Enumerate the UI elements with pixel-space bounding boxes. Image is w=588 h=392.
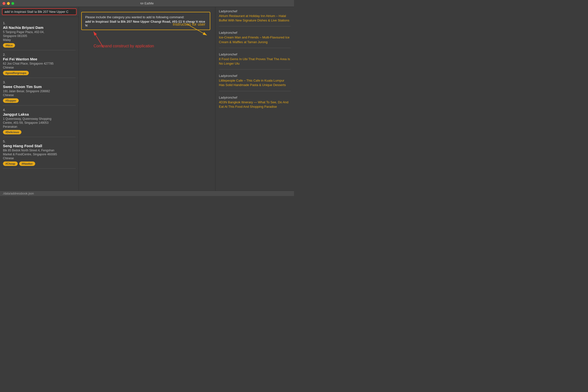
item-address: 191 Jalan Besar, Singapore 208882: [3, 90, 76, 93]
right-panel: Ladyironchef Atrium Restaurant at Holida…: [215, 7, 294, 190]
item-name: Ali Nachia Briyani Dam: [3, 26, 76, 30]
item-cuisine: Malay: [3, 38, 76, 42]
search-bar: [0, 7, 79, 17]
blog-item[interactable]: Ladyironchef 8 Food Gems In Ubi That Pro…: [219, 52, 291, 70]
item-address2: Centre, #01-59, Singapore 149053: [3, 121, 76, 124]
tag[interactable]: #Supper: [3, 98, 19, 103]
tag[interactable]: #Nice: [3, 43, 15, 48]
item-tags: #Nice: [3, 43, 76, 48]
item-cuisine: Peranakan: [3, 125, 76, 128]
item-cuisine: Chinese: [3, 66, 76, 69]
item-name: Fei Fei Wanton Mee: [3, 57, 76, 61]
item-tags: #Delicious: [3, 130, 76, 134]
list-item: 5. Seng Hiang Food Stall Blk 85 Bedok No…: [3, 137, 76, 169]
annotation-command-label: Command construct by application: [94, 44, 154, 48]
statusbar-path: ./data/addressbook.json: [2, 192, 34, 195]
item-tags: #Cheap#Hawker: [3, 162, 76, 166]
instruction-box: Please include the category you wanted t…: [81, 12, 210, 30]
item-cuisine: Chinese: [3, 156, 76, 160]
blog-source: Ladyironchef: [219, 52, 291, 56]
app-icon: 🍽: [140, 2, 143, 5]
tag[interactable]: #Hawker: [19, 162, 35, 166]
close-button[interactable]: [2, 2, 5, 5]
left-panel: 1. Ali Nachia Briyani Dam 5 Tanjong Paga…: [0, 7, 79, 190]
item-cuisine: Chinese: [3, 94, 76, 97]
blog-title: Littlepeople Cafe – This Cafe in Kuala L…: [219, 78, 291, 87]
titlebar: 🍽 EatMe: [0, 0, 294, 7]
item-name: Janggut Laksa: [3, 112, 76, 116]
item-number: 3.: [3, 80, 76, 84]
blog-source: Ladyironchef: [219, 9, 291, 13]
middle-panel: Please include the category you wanted t…: [79, 7, 215, 190]
list-item: 1. Ali Nachia Briyani Dam 5 Tanjong Paga…: [3, 19, 76, 50]
item-address: 1 Queensway, Queensway Shopping: [3, 117, 76, 120]
blog-item[interactable]: Ladyironchef Ice-Cream Man and Friends –…: [219, 31, 291, 48]
tag[interactable]: #Cheap: [3, 162, 18, 166]
list-item: 3. Swee Choon Tim Sum 191 Jalan Besar, S…: [3, 78, 76, 106]
blog-title: 4D3N Bangkok Itinerary — What To See, Do…: [219, 100, 291, 109]
main-layout: 1. Ali Nachia Briyani Dam 5 Tanjong Paga…: [0, 7, 294, 190]
instruction-line1: Please include the category you wanted t…: [85, 15, 206, 20]
item-address: 62 Joo Chiat Place, Singapore 427785: [3, 62, 76, 65]
list-item: 4. Janggut Laksa 1 Queensway, Queensway …: [3, 106, 76, 137]
blog-title: Ice-Cream Man and Friends – Multi-Flavou…: [219, 35, 291, 44]
blog-source: Ladyironchef: [219, 74, 291, 78]
blog-item[interactable]: Ladyironchef Littlepeople Cafe – This Ca…: [219, 74, 291, 91]
item-address2: Market & FoodCentre, Singapore 460085: [3, 152, 76, 156]
item-address2: Singapore 081005: [3, 34, 76, 38]
blog-item[interactable]: Ladyironchef Atrium Restaurant at Holida…: [219, 9, 291, 26]
item-number: 1.: [3, 21, 76, 25]
item-number: 4.: [3, 108, 76, 112]
item-tags: #Supper: [3, 98, 76, 103]
app-title: 🍽 EatMe: [140, 2, 154, 5]
item-name: Seng Hiang Food Stall: [3, 144, 76, 148]
annotation-instruction-label: Instruction for user: [173, 22, 205, 27]
blog-title: Atrium Restaurant at Holiday Inn Atrium …: [219, 14, 291, 23]
item-address: 5 Tanjong Pagar Plaza, #02-04,: [3, 30, 76, 34]
maximize-button[interactable]: [11, 2, 14, 5]
blog-source: Ladyironchef: [219, 96, 291, 99]
item-address: Blk 85 Bedok North Street 4, Fengshan: [3, 149, 76, 152]
statusbar: ./data/addressbook.json: [0, 190, 294, 196]
window-controls[interactable]: [2, 2, 14, 5]
food-list[interactable]: 1. Ali Nachia Briyani Dam 5 Tanjong Paga…: [0, 17, 79, 190]
list-item: 2. Fei Fei Wanton Mee 62 Joo Chiat Place…: [3, 50, 76, 78]
item-name: Swee Choon Tim Sum: [3, 84, 76, 89]
blog-source: Ladyironchef: [219, 31, 291, 34]
blog-title: 8 Food Gems In Ubi That Proves That The …: [219, 57, 291, 66]
item-number: 5.: [3, 140, 76, 143]
minimize-button[interactable]: [7, 2, 10, 5]
blog-item[interactable]: Ladyironchef 4D3N Bangkok Itinerary — Wh…: [219, 96, 291, 112]
search-input[interactable]: [2, 8, 77, 15]
tag[interactable]: #goodforgroups: [3, 71, 29, 75]
annotation-arrows: [79, 7, 215, 190]
item-tags: #goodforgroups: [3, 71, 76, 75]
item-number: 2.: [3, 53, 76, 56]
tag[interactable]: #Delicious: [3, 130, 21, 134]
